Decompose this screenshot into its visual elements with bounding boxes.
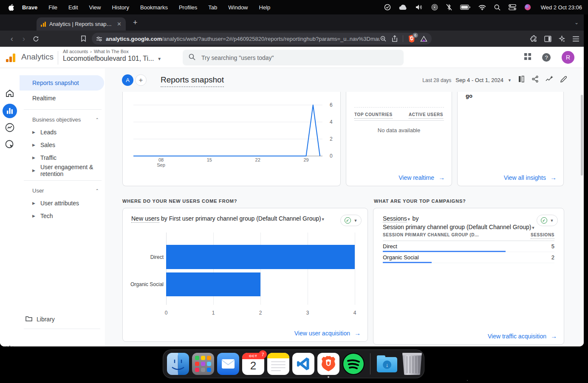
compare-icon[interactable]	[518, 76, 525, 84]
menu-item-help[interactable]: Help	[259, 4, 271, 11]
campaigns-chart-title[interactable]: Sessions▼ by Session primary channel gro…	[383, 215, 535, 232]
sidebar-item-traffic[interactable]: ▶Traffic	[20, 151, 105, 164]
task-check-icon[interactable]	[384, 4, 391, 11]
home-icon[interactable]	[6, 89, 14, 99]
bookmark-icon[interactable]	[81, 35, 86, 42]
brave-rewards-icon[interactable]	[420, 36, 427, 42]
dock-spotify-icon[interactable]	[342, 353, 365, 375]
sidebar-item-realtime[interactable]: Realtime	[20, 91, 105, 106]
users-line-chart[interactable]: 642008Sep152229	[123, 92, 340, 185]
dock-trash-icon[interactable]	[401, 353, 423, 375]
dock-vscode-icon[interactable]	[292, 353, 314, 375]
control-center-icon[interactable]	[509, 4, 516, 10]
sidebar-item-user-engagement-retention[interactable]: ▶User engagement & retention	[20, 164, 105, 177]
search-bar[interactable]	[183, 50, 404, 65]
sidebar-item-user-attributes[interactable]: ▶User attributes	[20, 197, 105, 210]
focus-icon[interactable]	[431, 4, 438, 11]
dock-launchpad-icon[interactable]	[192, 353, 214, 375]
share-icon[interactable]	[532, 76, 538, 84]
menu-item-profiles[interactable]: Profiles	[179, 4, 197, 11]
address-bar[interactable]: analytics.google.com/analytics/web/?auth…	[92, 33, 432, 45]
apple-menu-icon[interactable]	[8, 4, 14, 11]
edit-icon[interactable]	[560, 76, 567, 84]
gridline	[355, 233, 355, 305]
data-quality-pill[interactable]: ✓ ▼	[537, 215, 558, 226]
new-tab-button[interactable]: +	[133, 19, 138, 26]
battery-icon[interactable]	[460, 5, 470, 10]
bluetooth-off-icon[interactable]	[446, 4, 452, 11]
page-title[interactable]: Reports snapshot	[161, 75, 224, 87]
dock-calendar-icon[interactable]: OCT27	[242, 353, 264, 375]
google-apps-icon[interactable]	[524, 53, 531, 62]
nav-section-user[interactable]: User⌃	[20, 184, 105, 197]
reports-icon[interactable]	[3, 104, 17, 120]
menu-item-view[interactable]: View	[89, 4, 101, 11]
sidebar-item-library[interactable]: Library	[20, 312, 105, 326]
extensions-icon[interactable]	[530, 35, 537, 43]
sidebar-item-tech[interactable]: ▶Tech	[20, 210, 105, 222]
admin-gear-icon[interactable]	[6, 346, 14, 346]
report-avatar[interactable]: A	[122, 74, 133, 86]
breadcrumb[interactable]: All accounts › What In The Box	[63, 49, 129, 54]
library-label: Library	[37, 316, 55, 323]
spotlight-icon[interactable]	[494, 4, 500, 11]
menu-item-file[interactable]: File	[48, 4, 57, 11]
wifi-icon[interactable]	[478, 5, 486, 10]
account-avatar[interactable]: R	[562, 51, 574, 64]
reload-button[interactable]	[30, 36, 42, 42]
data-quality-pill[interactable]: ✓ ▼	[340, 215, 362, 226]
view-realtime-link[interactable]: View realtime→	[399, 174, 445, 181]
sidebar-item-leads[interactable]: ▶Leads	[20, 126, 105, 139]
sidebar-toggle-icon[interactable]	[544, 36, 551, 42]
new-users-chart-title[interactable]: New users by First user primary channel …	[131, 215, 325, 222]
view-user-acquisition-link[interactable]: View user acquisition→	[294, 329, 361, 337]
menu-item-edit[interactable]: Edit	[68, 4, 78, 11]
explore-icon[interactable]	[5, 122, 15, 134]
menu-item-window[interactable]: Window	[228, 4, 248, 11]
leo-ai-icon[interactable]	[558, 35, 565, 43]
dock-downloads-icon[interactable]: ↓	[376, 353, 398, 375]
property-selector[interactable]: Locomotiefboulevard 101, Ti... ▼	[63, 55, 161, 62]
dock-finder-icon[interactable]	[167, 353, 189, 375]
dock-brave-icon[interactable]	[317, 353, 339, 375]
tab-analytics[interactable]: Analytics | Reports snapshot ✕	[37, 17, 126, 31]
advertising-icon[interactable]	[5, 139, 15, 151]
dock-mail-icon[interactable]	[217, 353, 239, 375]
menu-clock[interactable]: Wed 2 Oct 23:06	[541, 4, 582, 11]
volume-icon[interactable]	[416, 4, 423, 10]
tab-search-chevron-icon[interactable]: ⌄	[574, 20, 579, 26]
menu-item-history[interactable]: History	[112, 4, 129, 11]
dock-notes-icon[interactable]	[267, 353, 289, 375]
new-users-bar-chart[interactable]	[166, 233, 355, 305]
table-row[interactable]: Direct5	[383, 241, 554, 252]
bar-organic-social[interactable]	[166, 272, 260, 296]
brave-shield-icon[interactable]: 6	[408, 35, 415, 43]
siri-icon[interactable]	[524, 4, 531, 11]
date-range-picker[interactable]: Last 28 days Sep 4 - Oct 1, 2024 ▼	[422, 77, 512, 83]
view-all-insights-link[interactable]: View all insights→	[504, 174, 557, 181]
search-input[interactable]	[201, 54, 398, 62]
zoom-out-icon[interactable]	[380, 35, 387, 42]
view-traffic-acquisition-link[interactable]: View traffic acquisition→	[488, 332, 557, 340]
forward-button[interactable]: ›	[18, 34, 30, 43]
nav-section-business-objectives[interactable]: Business objectives⌃	[20, 113, 105, 126]
sidebar-item-reports-snapshot[interactable]: Reports snapshot	[20, 75, 104, 91]
cloud-icon[interactable]	[399, 4, 407, 10]
browser-toolbar: ‹ › analytics.google.com/analytics/web/?…	[0, 31, 584, 47]
insights-icon[interactable]	[546, 76, 553, 84]
share-page-icon[interactable]	[392, 35, 398, 42]
sidebar-item-sales[interactable]: ▶Sales	[20, 139, 105, 151]
menu-item-bookmarks[interactable]: Bookmarks	[140, 4, 168, 11]
menu-item-brave[interactable]: Brave	[22, 4, 37, 11]
help-icon[interactable]: ?	[542, 53, 551, 62]
bar-direct[interactable]	[166, 245, 355, 269]
back-button[interactable]: ‹	[6, 34, 18, 43]
add-report-button[interactable]: +	[135, 74, 147, 86]
browser-menu-icon[interactable]	[572, 36, 580, 42]
menu-item-tab[interactable]: Tab	[208, 4, 217, 11]
scrollbar-thumb[interactable]	[581, 95, 583, 176]
tab-close-icon[interactable]: ✕	[117, 21, 122, 27]
site-controls-icon[interactable]	[96, 36, 102, 42]
x-axis-tick: 2	[259, 310, 262, 316]
table-row[interactable]: Organic Social2	[383, 252, 554, 263]
